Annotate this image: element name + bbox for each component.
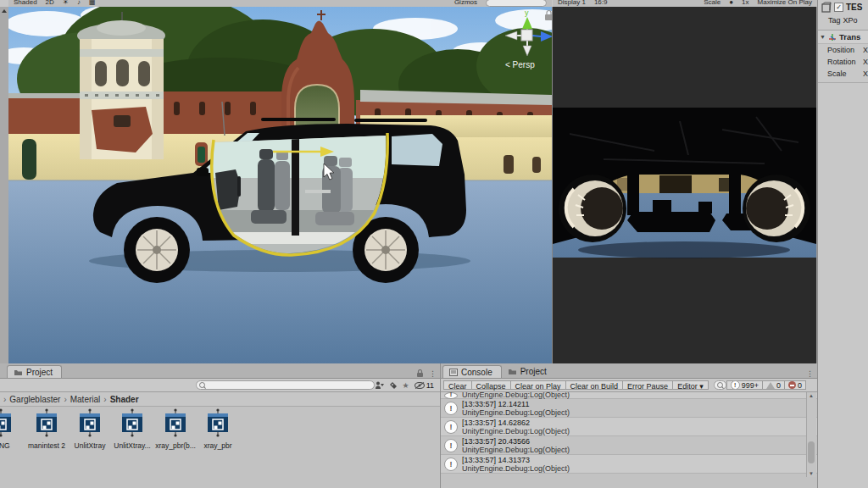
asset-item[interactable]: NING — [0, 408, 22, 450]
2d-toggle[interactable]: 2D — [46, 0, 54, 7]
console-panel: Console Project ⋮ Clear Collapse Clear o… — [440, 363, 817, 488]
asset-item[interactable]: UnlitXtray... — [111, 408, 153, 450]
foldout-arrow-icon[interactable]: ▼ — [820, 34, 826, 40]
editor-dropdown[interactable]: Editor ▾ — [672, 380, 709, 390]
scale-value: 1x — [742, 0, 748, 7]
shader-asset-icon — [164, 408, 186, 437]
search-by-label-icon[interactable] — [389, 381, 398, 390]
expand-arrow-icon[interactable] — [2, 9, 7, 13]
game-left-wheel — [559, 175, 626, 242]
error-icon — [788, 381, 796, 389]
log-info-icon: ! — [444, 458, 458, 471]
log-info-icon: ! — [444, 420, 458, 434]
console-icon — [449, 369, 458, 376]
error-pause-button[interactable]: Error Pause — [622, 380, 672, 390]
transform-scale-row: Scale X — [818, 68, 868, 80]
breadcrumb: › Gargleblaster › Material › Shader — [0, 392, 440, 407]
log-entry[interactable]: ! [13:33:57] 20.43566 UnityEngine.Debug:… — [441, 436, 817, 455]
folder-icon — [508, 368, 517, 375]
clear-on-play-button[interactable]: Clear on Play — [510, 380, 565, 390]
scene-lock-icon[interactable] — [545, 14, 552, 20]
scale-label: Scale — [704, 0, 721, 7]
unity-editor-window: Shaded 2D ☀ ♪ ▦ Gizmos Display 1 16:9 Sc… — [0, 0, 868, 488]
hidden-count-toggle[interactable]: 11 — [415, 381, 434, 390]
console-menu-icon[interactable]: ⋮ — [806, 369, 814, 378]
tab-project-secondary[interactable]: Project — [502, 365, 555, 378]
info-count-badge[interactable]: ! 999+ — [726, 380, 763, 390]
asset-item[interactable]: manintest 2 — [25, 408, 68, 450]
scrollbar-thumb[interactable] — [808, 441, 815, 463]
lighting-toggle-icon[interactable]: ☀ — [63, 0, 69, 7]
stone-tower — [77, 12, 165, 159]
breadcrumb-folder[interactable]: Material — [70, 395, 101, 404]
shader-asset-icon — [207, 408, 229, 437]
shader-asset-icon — [79, 408, 101, 437]
transform-title: Trans — [839, 32, 860, 42]
console-log-list[interactable]: ! UnityEngine.Debug:Log(Object) ! [13:33… — [441, 392, 817, 488]
effects-dropdown-icon[interactable]: ▦ — [89, 0, 96, 7]
scene-view[interactable]: y z < Persp — [8, 7, 553, 363]
active-checkbox[interactable]: ✓ — [834, 3, 843, 12]
log-entry[interactable]: ! [13:33:57] 14.62862 UnityEngine.Debug:… — [441, 418, 817, 436]
shader-asset-icon — [36, 408, 58, 437]
audio-toggle-icon[interactable]: ♪ — [77, 0, 81, 7]
search-icon — [717, 382, 723, 388]
gizmos-dropdown[interactable]: Gizmos — [454, 0, 477, 7]
panel-menu-icon[interactable]: ⋮ — [429, 369, 437, 378]
scale-x-field[interactable]: X — [863, 69, 868, 78]
log-info-icon: ! — [444, 439, 458, 452]
console-scrollbar[interactable]: ▲ ▼ — [806, 392, 816, 477]
scroll-down-icon[interactable]: ▼ — [809, 471, 814, 476]
shading-mode-dropdown[interactable]: Shaded — [14, 0, 37, 7]
rear-wheel — [364, 229, 407, 271]
error-count-badge[interactable]: 0 — [785, 380, 806, 390]
folder-icon — [14, 369, 23, 376]
transform-position-row: Position X — [818, 44, 868, 56]
maximize-on-play-toggle[interactable]: Maximize On Play — [758, 0, 812, 7]
game-view[interactable] — [553, 7, 817, 363]
position-x-field[interactable]: X — [863, 46, 868, 54]
gizmo-center-cube[interactable] — [521, 30, 532, 41]
log-info-icon: ! — [444, 402, 458, 415]
inspector-panel: ✓ TES Tag XPo ▼ Trans Position X Rotatio… — [817, 0, 868, 488]
transform-icon — [828, 33, 837, 42]
transform-rotation-row: Rotation X — [818, 56, 868, 68]
asset-item[interactable]: xray_pbr — [197, 408, 239, 450]
shader-asset-icon — [0, 408, 12, 437]
position-label: Position — [827, 46, 854, 54]
scene-search-input[interactable] — [486, 0, 547, 7]
log-entry[interactable]: ! [13:33:57] 14.31373 UnityEngine.Debug:… — [441, 455, 817, 474]
log-entry-partial[interactable]: ! UnityEngine.Debug:Log(Object) — [441, 392, 817, 399]
tag-dropdown[interactable]: XPo — [843, 16, 858, 25]
project-search-input[interactable] — [196, 380, 375, 390]
scroll-up-icon[interactable]: ▲ — [809, 393, 814, 398]
console-search-input[interactable] — [714, 380, 726, 390]
gameobject-name[interactable]: TES — [846, 3, 862, 12]
transform-header[interactable]: ▼ Trans — [818, 30, 868, 44]
gizmo-y-label: y — [525, 8, 529, 17]
log-entry[interactable]: ! [13:33:57] 12.14211 UnityEngine.Debug:… — [441, 399, 817, 418]
clear-button[interactable]: Clear — [443, 380, 471, 390]
warning-count-badge[interactable]: 0 — [763, 380, 785, 390]
scale-slider[interactable]: ● — [729, 0, 733, 7]
perspective-label[interactable]: < Persp — [505, 60, 535, 69]
rotation-x-field[interactable]: X — [863, 58, 868, 66]
clear-on-build-button[interactable]: Clear on Build — [565, 380, 623, 390]
aspect-dropdown[interactable]: 16:9 — [594, 0, 608, 7]
asset-item[interactable]: xray_pbr(b... — [154, 408, 197, 450]
save-search-star-icon[interactable]: ★ — [403, 381, 409, 390]
breadcrumb-folder[interactable]: Gargleblaster — [9, 395, 60, 404]
tab-project[interactable]: Project — [7, 365, 62, 378]
tab-console[interactable]: Console — [442, 365, 502, 378]
collapse-button[interactable]: Collapse — [471, 380, 510, 390]
gameobject-cube-icon — [821, 2, 832, 13]
warning-icon — [766, 382, 775, 389]
eye-icon — [415, 382, 425, 389]
display-dropdown[interactable]: Display 1 — [558, 0, 586, 7]
scene-3d-render: y z < Persp — [8, 7, 552, 363]
asset-item[interactable]: UnlitXtray — [69, 408, 111, 450]
search-by-type-icon[interactable] — [375, 380, 384, 390]
game-right-wheel — [743, 175, 810, 242]
lock-icon[interactable] — [416, 369, 424, 378]
asset-grid: NING manintest 2 — [0, 408, 440, 459]
